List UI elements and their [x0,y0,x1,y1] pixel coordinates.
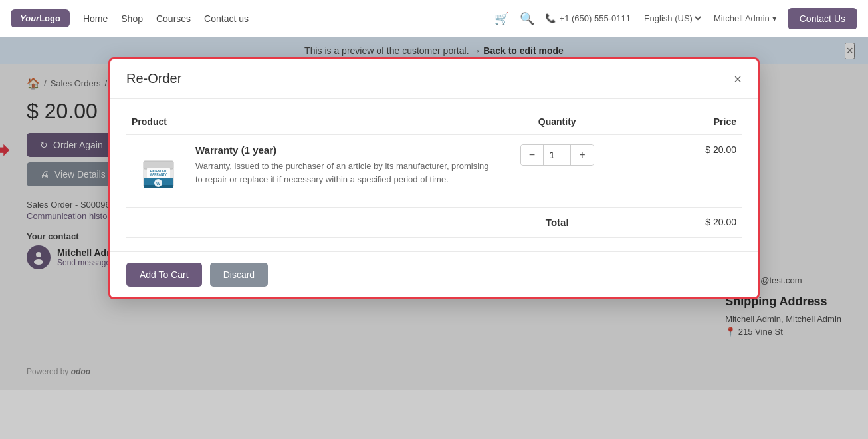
user-name: Mitchell Admin [714,13,770,23]
modal-header: Re-Order × [110,59,758,99]
search-icon[interactable]: 🔍 [520,11,534,26]
col-quantity: Quantity [496,110,619,134]
modal-title: Re-Order [126,71,181,86]
total-row: Total $ 20.00 [126,208,742,238]
discard-button[interactable]: Discard [210,263,268,287]
contact-us-button[interactable]: Contact Us [788,8,857,29]
product-name: Warranty (1 year) [195,144,490,156]
col-price: Price [619,110,742,134]
phone-icon: 📞 [545,13,556,23]
col-product: Product [126,110,496,134]
total-label: Total [496,208,619,238]
svg-text:W: W [156,182,160,186]
dropdown-icon: ▾ [772,13,777,23]
modal-body: Product Quantity Price [110,110,758,251]
nav-icons: 🛒 🔍 📞 +1 (650) 555-0111 English (US) Mit… [494,8,857,29]
phone-info: 📞 +1 (650) 555-0111 [545,13,631,23]
navbar: YourLogo Home Shop Courses Contact us 🛒 … [0,0,868,37]
modal-close-button[interactable]: × [734,73,742,86]
product-cell: EXTENDED WARRANTY W Warranty (1 year) [126,134,496,208]
qty-input[interactable] [544,146,570,164]
total-price: $ 20.00 [619,208,742,238]
nav-home[interactable]: Home [83,13,108,24]
reorder-modal: Re-Order × Product Quantity Price [108,57,760,299]
quantity-cell: − + [496,134,619,208]
quantity-control: − + [520,144,594,166]
language-select[interactable]: English (US) [641,13,703,24]
user-menu[interactable]: Mitchell Admin ▾ [714,13,777,23]
product-image: EXTENDED WARRANTY W [132,144,185,198]
nav-shop[interactable]: Shop [121,13,143,24]
nav-courses[interactable]: Courses [156,13,191,24]
product-description: Warranty, issued to the purchaser of an … [195,160,490,186]
modal-footer: Add To Cart Discard [110,251,758,297]
table-row: EXTENDED WARRANTY W Warranty (1 year) [126,134,742,208]
modal-overlay: Re-Order × Product Quantity Price [0,37,868,439]
product-price-cell: $ 20.00 [619,134,742,208]
svg-text:WARRANTY: WARRANTY [150,173,167,176]
logo-your: Your [20,13,39,23]
logo-logo: Logo [39,13,60,23]
cart-icon[interactable]: 🛒 [494,11,509,26]
table-header-row: Product Quantity Price [126,110,742,134]
reorder-table: Product Quantity Price [126,110,742,238]
product-details: Warranty (1 year) Warranty, issued to th… [195,144,490,186]
logo[interactable]: YourLogo [11,9,70,27]
add-to-cart-button[interactable]: Add To Cart [126,263,202,287]
qty-decrease-button[interactable]: − [521,145,544,165]
nav-links: Home Shop Courses Contact us [83,13,249,24]
qty-increase-button[interactable]: + [570,145,593,165]
phone-number: +1 (650) 555-0111 [560,13,631,23]
nav-contact-us[interactable]: Contact us [204,13,249,24]
